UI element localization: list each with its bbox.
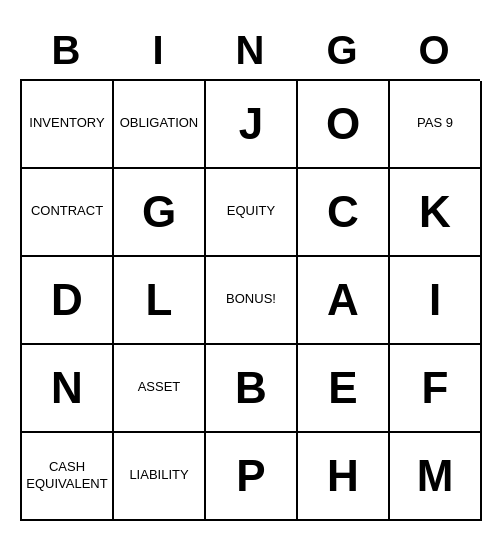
grid-cell-3-4: F (390, 345, 482, 433)
bingo-grid: INVENTORYOBLIGATIONJOPAS 9CONTRACTGEQUIT… (20, 79, 480, 521)
cell-text-3-4: F (422, 363, 449, 413)
cell-text-0-4: PAS 9 (417, 115, 453, 132)
cell-text-0-1: OBLIGATION (120, 115, 199, 132)
grid-cell-1-1: G (114, 169, 206, 257)
grid-cell-4-4: M (390, 433, 482, 521)
cell-text-2-3: A (327, 275, 359, 325)
cell-text-2-4: I (429, 275, 441, 325)
grid-cell-3-1: ASSET (114, 345, 206, 433)
bingo-header: BINGO (20, 24, 480, 77)
header-letter-O: O (388, 24, 480, 77)
grid-cell-2-4: I (390, 257, 482, 345)
cell-text-4-0: CASH EQUIVALENT (26, 459, 108, 493)
grid-cell-4-3: H (298, 433, 390, 521)
cell-text-1-4: K (419, 187, 451, 237)
cell-text-3-0: N (51, 363, 83, 413)
cell-text-0-0: INVENTORY (29, 115, 104, 132)
cell-text-3-2: B (235, 363, 267, 413)
grid-cell-3-0: N (22, 345, 114, 433)
header-letter-I: I (112, 24, 204, 77)
grid-cell-2-3: A (298, 257, 390, 345)
grid-cell-2-1: L (114, 257, 206, 345)
grid-cell-2-0: D (22, 257, 114, 345)
cell-text-4-2: P (236, 451, 265, 501)
header-letter-N: N (204, 24, 296, 77)
grid-cell-0-1: OBLIGATION (114, 81, 206, 169)
grid-cell-3-3: E (298, 345, 390, 433)
cell-text-2-1: L (146, 275, 173, 325)
cell-text-1-1: G (142, 187, 176, 237)
cell-text-2-2: BONUS! (226, 291, 276, 308)
grid-cell-0-4: PAS 9 (390, 81, 482, 169)
grid-cell-1-3: C (298, 169, 390, 257)
cell-text-3-1: ASSET (138, 379, 181, 396)
bingo-card: BINGO INVENTORYOBLIGATIONJOPAS 9CONTRACT… (10, 14, 490, 531)
cell-text-4-3: H (327, 451, 359, 501)
grid-cell-0-3: O (298, 81, 390, 169)
grid-cell-1-0: CONTRACT (22, 169, 114, 257)
cell-text-0-3: O (326, 99, 360, 149)
grid-cell-3-2: B (206, 345, 298, 433)
header-letter-G: G (296, 24, 388, 77)
grid-cell-1-2: EQUITY (206, 169, 298, 257)
cell-text-4-4: M (417, 451, 454, 501)
cell-text-1-0: CONTRACT (31, 203, 103, 220)
grid-cell-0-2: J (206, 81, 298, 169)
grid-cell-4-0: CASH EQUIVALENT (22, 433, 114, 521)
cell-text-3-3: E (328, 363, 357, 413)
cell-text-1-2: EQUITY (227, 203, 275, 220)
cell-text-2-0: D (51, 275, 83, 325)
grid-cell-1-4: K (390, 169, 482, 257)
cell-text-0-2: J (239, 99, 263, 149)
header-letter-B: B (20, 24, 112, 77)
grid-cell-2-2: BONUS! (206, 257, 298, 345)
grid-cell-0-0: INVENTORY (22, 81, 114, 169)
cell-text-4-1: LIABILITY (129, 467, 188, 484)
grid-cell-4-2: P (206, 433, 298, 521)
cell-text-1-3: C (327, 187, 359, 237)
grid-cell-4-1: LIABILITY (114, 433, 206, 521)
